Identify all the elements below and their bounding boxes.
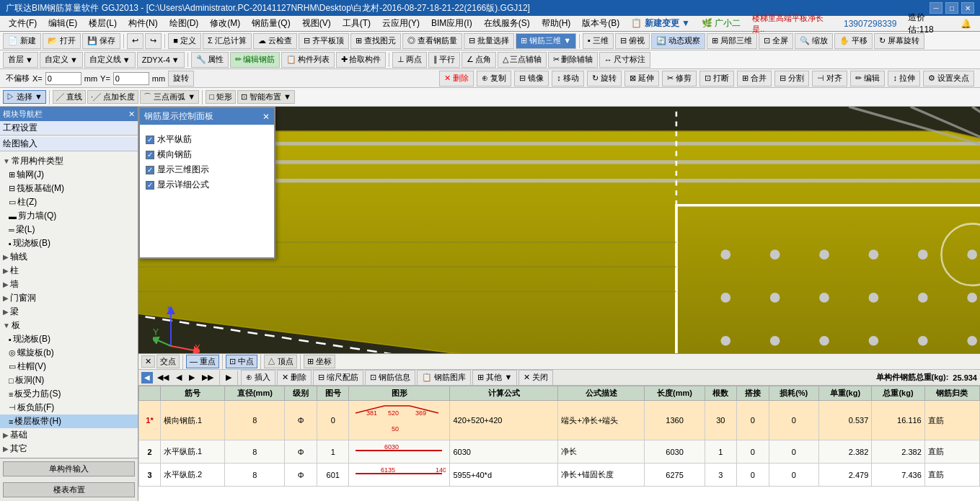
delete-btn[interactable]: ✕ 删除 [439,71,474,87]
custom-line-btn[interactable]: 自定义线 ▼ [84,52,136,68]
view-qty-btn[interactable]: ◎ 查看钢筋量 [402,33,462,49]
table-row[interactable]: 1* 横向钢筋.1 8 Φ 0 381 5 [139,401,980,440]
custom-btn[interactable]: 自定义 ▼ [40,52,83,68]
table-row[interactable]: 3 水平纵筋.2 8 Φ 601 6135 140 [139,464,980,487]
table-row[interactable]: 2 水平纵筋.1 8 Φ 1 6030 6030 [139,440,980,464]
extend-btn[interactable]: ⊠ 延伸 [624,71,659,87]
rect-tool[interactable]: □ 矩形 [206,90,236,104]
cb-3d-diagram[interactable]: ✓ 显示三维图示 [146,164,268,176]
tree-spiral-slab[interactable]: ◎ 螺旋板(b) [0,346,138,360]
smart-layout-tool[interactable]: ⊡ 智能布置 ▼ [237,90,295,104]
rotate-btn[interactable]: ↻ 屏幕旋转 [874,33,924,49]
menu-edit[interactable]: 编辑(E) [43,16,83,31]
cb-transverse-box[interactable]: ✓ [146,151,154,159]
other-btn[interactable]: ⊞ 其他 ▼ [472,370,517,386]
tree-beam[interactable]: ═ 梁(L) [0,223,138,236]
close-button[interactable]: ✕ [961,2,974,14]
local-3d-btn[interactable]: ⊞ 局部三维 [707,33,757,49]
menu-floor[interactable]: 楼层(L) [83,16,123,31]
tree-beam-group[interactable]: ▶ 梁 [0,305,138,319]
nav-prev-btn[interactable]: ◀ [173,372,185,383]
move-btn[interactable]: ↕ 移动 [552,71,584,87]
shrink-config-btn[interactable]: ⊟ 缩尺配筋 [313,370,363,386]
open-btn[interactable]: 📂 打开 [43,33,81,49]
tree-neg-rebar[interactable]: ⊣ 板负筋(F) [0,401,138,414]
angle-btn[interactable]: ∠ 点角 [462,52,496,68]
steel-diagram-btn[interactable]: 📋 钢筋图库 [417,370,471,386]
nav-forward-btn[interactable]: ▶ [223,372,234,383]
define-btn[interactable]: ■ 定义 [168,33,201,49]
dynamic-obs-btn[interactable]: 🔄 动态观察 [651,33,705,49]
3d-btn[interactable]: ▪ 三维 [583,33,614,49]
new-btn[interactable]: 📄 新建 [3,33,41,49]
menu-bim[interactable]: BIM应用(I) [425,16,478,31]
tree-foundation-group[interactable]: ▶ 基础 [0,428,138,442]
snap-toppoint[interactable]: △ 顶点 [264,355,297,368]
pull-btn[interactable]: ↕ 拉伸 [888,71,920,87]
tree-col[interactable]: ▭ 柱(Z) [0,195,138,209]
level-select[interactable]: 首层 ▼ [3,52,38,68]
steel-panel-header[interactable]: 钢筋显示控制面板 ✕ [140,108,274,125]
save-btn[interactable]: 💾 保存 [82,33,120,49]
new-change-btn[interactable]: 📋 新建变更 ▼ [625,16,696,31]
pan-btn[interactable]: ✋ 平移 [834,33,873,49]
nav-next-btn[interactable]: ▶ [186,372,198,383]
tree-col-group[interactable]: ▶ 柱 [0,264,138,278]
single-component-btn[interactable]: 单构件输入 [3,461,135,476]
tree-shear-wall[interactable]: ▬ 剪力墙(Q) [0,209,138,223]
menu-quantity[interactable]: 钢筋量(Q) [246,16,296,31]
delete-table-btn[interactable]: ✕ 删除 [277,370,312,386]
comp-list-btn[interactable]: 📋 构件列表 [281,52,335,68]
snap-coord[interactable]: ⊞ 坐标 [304,355,335,368]
x-input[interactable] [45,72,81,85]
fullscreen-btn[interactable]: ⊡ 全屏 [759,33,793,49]
rot-btn[interactable]: ↻ 旋转 [587,71,622,87]
zoom-btn[interactable]: 🔍 缩放 [795,33,833,49]
tree-axis-group[interactable]: ▶ 轴线 [0,250,138,264]
3d-view-area[interactable]: Z X Y 钢筋显示控制面板 ✕ ✓ 水平纵筋 ✓ [138,107,980,501]
menu-component[interactable]: 构件(N) [123,16,164,31]
menu-tools[interactable]: 工具(T) [337,16,376,31]
tree-slab-group[interactable]: ▼ 板 [0,319,138,332]
mirror-btn[interactable]: ⊟ 镜像 [514,71,549,87]
copy-btn[interactable]: ⊕ 复制 [477,71,511,87]
tree-wall-group[interactable]: ▶ 墙 [0,278,138,291]
cb-3d-box[interactable]: ✓ [146,166,154,174]
menu-modify[interactable]: 修改(M) [204,16,246,31]
three-point-axis-btn[interactable]: △ 三点辅轴 [498,52,547,68]
tree-cast-slab[interactable]: ▪ 现浇板(B) [0,332,138,346]
tree-slab-rebar[interactable]: ≡ 板受力筋(S) [0,387,138,401]
edit2-btn[interactable]: ✏ 编辑 [850,71,885,87]
menu-version[interactable]: 版本号(B) [576,16,625,31]
find-elem-btn[interactable]: ⊞ 查找图元 [350,33,401,49]
tree-floor-band[interactable]: ≡ 楼层板带(H) [0,414,138,428]
rotate-btn[interactable]: 旋转 [168,71,194,87]
select-tool[interactable]: ▷ 选择 ▼ [3,90,46,104]
attr-btn[interactable]: 🔧 属性 [191,52,229,68]
tree-other-group[interactable]: ▶ 其它 [0,442,138,456]
snap-endpoint[interactable]: — 重点 [186,355,219,368]
steel-3d-btn[interactable]: ⊞ 钢筋三维 ▼ [516,33,576,49]
steel-info-btn[interactable]: ⊡ 钢筋信息 [365,370,415,386]
tree-common-types[interactable]: ▼ 常用构件类型 [0,154,138,168]
cloud-check-btn[interactable]: ☁ 云检查 [253,33,297,49]
nav-last-btn[interactable]: ▶▶ [199,372,216,383]
panel-close[interactable]: ✕ [128,110,135,119]
tree-cap[interactable]: ▭ 柱帽(V) [0,360,138,373]
dim-btn[interactable]: ↔ 尺寸标注 [599,52,650,68]
tree-slab[interactable]: ▪ 现浇板(B) [0,236,138,250]
tree-slab-hole[interactable]: □ 板洞(N) [0,373,138,387]
zdyx-btn[interactable]: ZDYX-4 ▼ [137,52,185,68]
cb-h-long-box[interactable]: ✓ [146,136,154,144]
menu-cloud[interactable]: 云应用(Y) [376,16,425,31]
edit-steel-btn[interactable]: ✏ 编辑钢筋 [230,52,280,68]
menu-file[interactable]: 文件(F) [3,16,43,31]
flat-top-btn[interactable]: ⊟ 齐平板顶 [299,33,349,49]
floor-table-btn[interactable]: 楼表布置 [3,482,135,497]
align-btn[interactable]: ⊣ 对齐 [812,71,847,87]
undo-btn[interactable]: ↩ [127,33,144,49]
top-view-btn[interactable]: ⊟ 俯视 [615,33,650,49]
cb-transverse[interactable]: ✓ 横向钢筋 [146,148,268,161]
menu-draw[interactable]: 绘图(D) [164,16,205,31]
three-arc-tool[interactable]: ⌒ 三点画弧 ▼ [140,90,199,104]
